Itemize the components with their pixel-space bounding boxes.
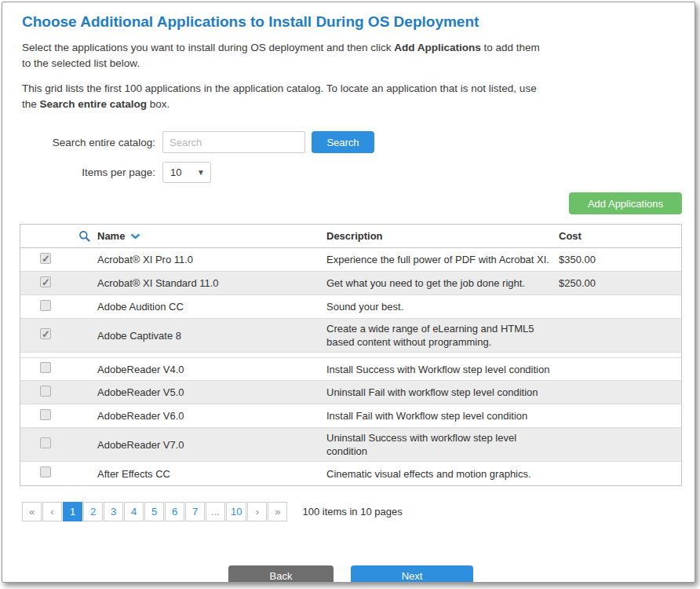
app-description: Uninstall Fail with workflow step level … — [326, 382, 559, 402]
app-description: Create a wide range of eLearning and HTM… — [326, 319, 559, 352]
sort-descending-icon — [130, 233, 140, 240]
pagination-nav-button[interactable]: » — [268, 502, 287, 521]
table-row: Adobe Captivate 8Create a wide range of … — [20, 319, 681, 353]
items-per-page-select[interactable]: 10 ▼ — [162, 162, 211, 183]
table-row: Adobe Audition CCSound your best. — [20, 295, 681, 319]
app-name: Adobe Audition CC — [97, 297, 326, 316]
app-cost — [559, 413, 681, 419]
column-header-name-label: Name — [97, 229, 125, 243]
app-description: Get what you need to get the job done ri… — [326, 273, 559, 293]
table-row: AdobeReader V4.0Install Success with Wor… — [20, 357, 681, 381]
pagination-page-button[interactable]: 7 — [185, 502, 205, 521]
pagination-page-button[interactable]: 4 — [124, 502, 144, 521]
table-row: AdobeReader V7.0Uninstall Success with w… — [20, 428, 681, 462]
page-title: Choose Additional Applications to Instal… — [22, 13, 682, 31]
add-applications-button[interactable]: Add Applications — [569, 192, 682, 214]
intro-text: box. — [147, 98, 170, 110]
chevron-down-icon: ▼ — [197, 168, 205, 177]
app-description: Install Fail with Workflow step level co… — [326, 406, 559, 426]
search-button[interactable]: Search — [312, 131, 374, 153]
app-name: AdobeReader V4.0 — [97, 360, 326, 379]
table-row: AdobeReader V6.0Install Fail with Workfl… — [20, 404, 681, 428]
pagination-page-button[interactable]: 6 — [165, 502, 184, 521]
row-checkbox-cell — [20, 250, 97, 270]
app-name: AdobeReader V6.0 — [97, 406, 326, 426]
search-input[interactable] — [162, 131, 305, 153]
pagination-page-button[interactable]: 5 — [144, 502, 164, 521]
pagination-page-button[interactable]: 1 — [63, 502, 82, 521]
app-cost: $350.00 — [559, 250, 681, 269]
items-per-page-value: 10 — [170, 166, 181, 178]
app-cost — [559, 366, 681, 372]
app-description: Uninstall Success with workflow step lev… — [326, 428, 559, 461]
row-checkbox[interactable] — [40, 409, 51, 420]
row-checkbox[interactable] — [40, 328, 51, 339]
search-form: Search entire catalog: Search Items per … — [20, 131, 682, 183]
row-checkbox[interactable] — [40, 386, 51, 397]
search-icon[interactable] — [78, 230, 91, 243]
app-name: AdobeReader V5.0 — [97, 382, 326, 402]
app-name: Adobe Captivate 8 — [97, 326, 326, 346]
app-table-body: Acrobat® XI Pro 11.0Experience the full … — [20, 248, 681, 485]
table-header: Name Description Cost — [20, 225, 681, 248]
app-description: Cinematic visual effects and motion grap… — [326, 464, 559, 484]
pagination-nav-button[interactable]: « — [22, 502, 42, 521]
pagination-page-button[interactable]: 3 — [104, 502, 123, 521]
column-header-name[interactable]: Name — [97, 226, 326, 246]
app-description: Experience the full power of PDF with Ac… — [326, 250, 559, 269]
app-cost — [559, 332, 681, 338]
column-header-description[interactable]: Description — [326, 226, 559, 246]
app-cost — [559, 304, 681, 310]
footer-buttons: Back Next — [20, 565, 682, 583]
pagination-page-button[interactable]: 2 — [83, 502, 103, 521]
pagination-nav-button[interactable]: › — [247, 502, 267, 521]
row-checkbox-cell — [20, 434, 97, 455]
row-checkbox-cell — [20, 325, 97, 346]
table-row: AdobeReader V5.0Uninstall Fail with work… — [20, 381, 681, 404]
row-checkbox[interactable] — [40, 300, 51, 311]
column-header-cost[interactable]: Cost — [559, 226, 681, 246]
row-checkbox-cell — [20, 359, 97, 379]
app-name: Acrobat® XI Standard 11.0 — [97, 273, 326, 293]
app-cost — [559, 441, 681, 448]
table-row: Acrobat® XI Standard 11.0Get what you ne… — [20, 272, 681, 295]
app-description: Sound your best. — [326, 297, 559, 316]
pagination-page-button[interactable]: 10 — [226, 502, 246, 521]
app-name: AdobeReader V7.0 — [97, 435, 326, 455]
row-checkbox[interactable] — [40, 362, 51, 373]
pagination: «‹1234567...10›» — [22, 502, 288, 521]
dialog-window: Choose Additional Applications to Instal… — [2, 2, 695, 583]
row-checkbox[interactable] — [40, 437, 51, 448]
pagination-ellipsis: ... — [206, 502, 225, 521]
pagination-summary: 100 items in 10 pages — [302, 506, 402, 518]
pagination-nav-button[interactable]: ‹ — [42, 502, 62, 521]
row-checkbox-cell — [20, 382, 97, 403]
applications-table: Name Description Cost Acrobat® XI Pro 11… — [20, 224, 682, 486]
row-checkbox[interactable] — [40, 466, 51, 477]
row-checkbox-cell — [20, 273, 97, 294]
row-checkbox-cell — [20, 463, 97, 484]
intro-paragraph-1: Select the applications you want to inst… — [22, 40, 544, 72]
app-cost: $250.00 — [559, 273, 681, 293]
app-cost — [559, 390, 681, 396]
table-row: After Effects CCCinematic visual effects… — [20, 462, 681, 485]
intro-bold-add-applications: Add Applications — [394, 42, 481, 53]
app-cost — [559, 470, 681, 477]
search-catalog-label: Search entire catalog: — [20, 137, 155, 148]
intro-text: Select the applications you want to inst… — [22, 42, 394, 53]
row-checkbox[interactable] — [40, 253, 51, 264]
row-checkbox[interactable] — [40, 276, 51, 287]
intro-paragraph-2: This grid lists the first 100 applicatio… — [22, 81, 544, 113]
row-checkbox-cell — [20, 297, 97, 317]
app-name: After Effects CC — [97, 464, 326, 484]
intro-bold-search-catalog: Search entire catalog — [40, 98, 148, 110]
next-button[interactable]: Next — [351, 565, 473, 583]
row-checkbox-cell — [20, 406, 97, 426]
app-description: Install Success with Workflow step level… — [326, 360, 559, 379]
table-row: Acrobat® XI Pro 11.0Experience the full … — [20, 248, 681, 272]
items-per-page-label: Items per page: — [20, 166, 155, 178]
app-name: Acrobat® XI Pro 11.0 — [97, 250, 326, 269]
back-button[interactable]: Back — [228, 565, 334, 583]
pager-row: «‹1234567...10›» 100 items in 10 pages — [22, 502, 682, 521]
column-filter-cell — [20, 227, 97, 246]
